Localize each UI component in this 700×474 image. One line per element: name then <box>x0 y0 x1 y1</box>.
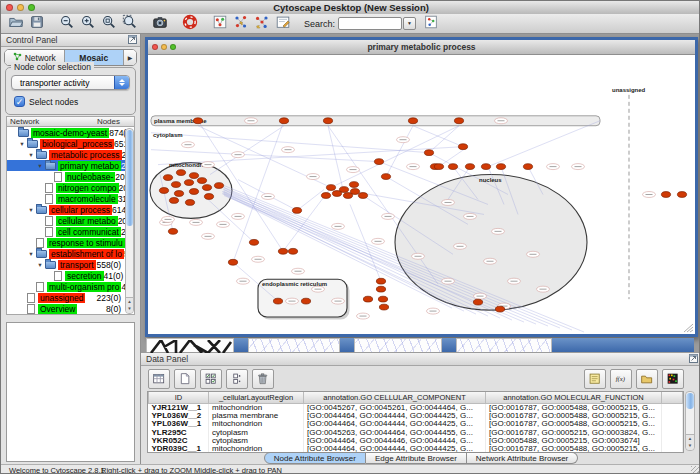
table-row[interactable]: YLR295Ccytoplasm[GO:0045263, GO:0044464,… <box>149 429 683 437</box>
tab-overflow-arrow[interactable]: ▶ <box>124 50 136 65</box>
network-node[interactable] <box>343 193 352 199</box>
zoom-fit-button[interactable] <box>98 13 119 31</box>
network-node[interactable] <box>189 173 198 179</box>
region-nucleus[interactable] <box>395 175 587 311</box>
tree-item-cell-communicat[interactable]: cell communicat22(0) <box>7 226 134 237</box>
tree-item-cellular-process[interactable]: ▼cellular process614(0) <box>7 204 134 215</box>
network-node[interactable] <box>381 174 390 180</box>
network-node[interactable] <box>204 194 213 200</box>
zoom-window-button[interactable] <box>28 4 35 11</box>
network-node[interactable] <box>301 298 310 304</box>
background-window-edge[interactable] <box>234 338 248 352</box>
background-windows-strip[interactable] <box>146 338 694 352</box>
disclosure-triangle-icon[interactable]: ▼ <box>36 262 44 268</box>
match-attributes-button[interactable] <box>226 369 248 389</box>
tree-header[interactable]: Network Nodes <box>6 116 135 127</box>
network-node[interactable] <box>424 150 433 156</box>
column-header-annotation-go-cellular-component[interactable]: annotation.GO CELLULAR_COMPONENT <box>304 392 486 404</box>
network-window[interactable]: primary metabolic process plasma membran… <box>145 37 698 337</box>
network-node[interactable] <box>171 182 180 188</box>
network-node[interactable] <box>323 118 332 124</box>
background-window-edge[interactable] <box>340 338 354 352</box>
scrollbar-buttons[interactable]: ▲▼ <box>126 297 133 313</box>
background-window-fragment[interactable] <box>248 338 340 352</box>
function-builder-button[interactable]: f(x) <box>610 369 632 389</box>
tree-item-secretion[interactable]: secretion41(0) <box>7 270 134 281</box>
layout-grid-button[interactable] <box>230 13 251 31</box>
tree-item-nitrogen-compo[interactable]: nitrogen compo209(0) <box>7 182 134 193</box>
background-window-fragment[interactable] <box>456 338 552 352</box>
layout-spring-button[interactable] <box>251 13 272 31</box>
show-attributes-button[interactable] <box>200 369 222 389</box>
save-session-button[interactable] <box>26 13 47 31</box>
network-node[interactable] <box>169 198 178 204</box>
notes-button[interactable] <box>584 369 606 389</box>
node-color-dropdown[interactable]: transporter activity <box>11 75 130 90</box>
network-edge[interactable] <box>297 190 324 211</box>
column-header-cellularlayoutregion[interactable]: _cellularLayoutRegion <box>209 392 304 404</box>
tree-item-multi-organism-pro[interactable]: multi-organism pro42(0) <box>7 281 134 292</box>
minimize-button[interactable] <box>17 4 24 11</box>
tree-item-mosaic-demo-yeast[interactable]: mosaic-demo-yeast874(0) <box>7 127 134 138</box>
network-node[interactable] <box>481 164 490 170</box>
select-nodes-checkbox[interactable]: ✓ <box>14 96 25 107</box>
zoom-out-button[interactable] <box>56 13 77 31</box>
network-node[interactable] <box>332 191 341 197</box>
table-row[interactable]: YPL036W__2plasma membrane[GO:0044464, GO… <box>149 412 683 420</box>
network-node[interactable] <box>288 248 297 254</box>
tree-item-metabolic-process[interactable]: ▼metabolic process280(0) <box>7 149 134 160</box>
network-node[interactable] <box>434 164 443 170</box>
network-node[interactable] <box>202 185 211 191</box>
network-edge[interactable] <box>328 126 343 190</box>
network-node[interactable] <box>185 200 194 206</box>
network-node[interactable] <box>523 164 532 170</box>
close-button[interactable] <box>6 4 13 11</box>
network-node[interactable] <box>278 248 287 254</box>
table-row[interactable]: YKR052Ccytoplasm[GO:0044464, GO:0044446,… <box>149 437 683 445</box>
canvas-resize-grip[interactable] <box>687 327 693 332</box>
network-node[interactable] <box>465 164 474 170</box>
zoom-selected-button[interactable] <box>119 13 140 31</box>
column-header-annotation-go-molecular-function[interactable]: annotation.GO MOLECULAR_FUNCTION <box>486 392 662 404</box>
tree-item-cellular-metabo[interactable]: cellular metabo209(0) <box>7 215 134 226</box>
help-button[interactable] <box>179 13 200 31</box>
disclosure-triangle-icon[interactable]: ▼ <box>27 251 35 257</box>
network-node[interactable] <box>496 164 505 170</box>
network-node[interactable] <box>363 296 372 302</box>
tab-node-attribute-browser[interactable]: Node Attribute Browser <box>264 452 366 464</box>
tree-item-unassigned[interactable]: unassigned223(0) <box>7 292 134 303</box>
delete-attribute-button[interactable] <box>252 369 274 389</box>
birdseye-view[interactable] <box>6 322 135 462</box>
float-panel-icon[interactable] <box>689 354 698 366</box>
search-input[interactable] <box>338 17 402 30</box>
tree-item-overview[interactable]: Overview8(0) <box>7 303 134 314</box>
canvas-resize-grip[interactable] <box>690 330 693 332</box>
disclosure-triangle-icon[interactable]: ▼ <box>27 207 35 213</box>
tab-network-attribute-browser[interactable]: Network Attribute Browser <box>467 452 578 464</box>
minimize-button[interactable] <box>161 44 167 50</box>
tree-item-biological-process[interactable]: ▼biological_process651(0) <box>7 138 134 149</box>
tree-item-primary-metabo[interactable]: ▼primary metabo209(... <box>7 160 134 171</box>
background-window-edge[interactable] <box>552 338 694 352</box>
network-node[interactable] <box>349 182 358 188</box>
network-node[interactable] <box>376 286 385 292</box>
scrollbar-thumb[interactable] <box>686 393 694 409</box>
network-window-titlebar[interactable]: primary metabolic process <box>148 40 695 55</box>
network-node[interactable] <box>249 239 258 245</box>
network-node[interactable] <box>495 306 504 312</box>
network-node[interactable] <box>159 188 168 194</box>
network-node[interactable] <box>379 304 388 310</box>
close-button[interactable] <box>152 44 158 50</box>
table-row[interactable]: YPL036W__1mitochondrion[GO:0044464, GO:0… <box>149 420 683 428</box>
tree-item-transport[interactable]: ▼transport558(0) <box>7 259 134 270</box>
network-node[interactable] <box>448 164 457 170</box>
network-node[interactable] <box>376 278 385 284</box>
heatmap-button[interactable] <box>662 369 684 389</box>
network-node[interactable] <box>279 118 288 124</box>
network-canvas-svg[interactable]: plasma membranecytoplasmmitochondrionnuc… <box>148 55 695 334</box>
network-overview-button[interactable] <box>420 13 441 31</box>
float-panel-icon[interactable] <box>128 35 137 47</box>
import-attributes-button[interactable] <box>636 369 658 389</box>
region-plasma-membrane[interactable] <box>151 116 600 126</box>
network-node[interactable] <box>454 118 463 124</box>
